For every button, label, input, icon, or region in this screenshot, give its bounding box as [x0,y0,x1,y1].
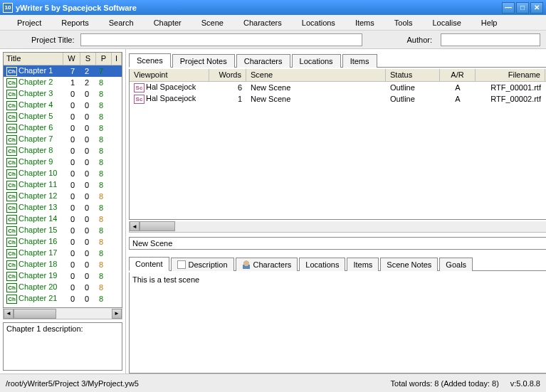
minimize-button[interactable]: — [502,2,515,14]
menu-characters[interactable]: Characters [233,16,292,29]
chapter-title: Chapter 20 [19,282,57,291]
col-title[interactable]: Title [4,53,63,65]
chapter-p: 8 [92,135,106,144]
chapter-s: 0 [78,215,92,223]
chapter-row[interactable]: ChChapter 11008 [4,179,122,191]
menu-items[interactable]: Items [345,16,384,29]
col-s[interactable]: S [80,53,96,65]
project-title-input[interactable] [80,33,362,46]
chapter-hscroll[interactable]: ◄ ► [3,308,122,319]
chapter-row[interactable]: ChChapter 18008 [4,259,122,270]
chapter-grid-header[interactable]: Title W S P I [4,53,122,65]
tab-project-notes[interactable]: Project Notes [172,54,235,68]
chapter-row[interactable]: ChChapter 10008 [4,168,122,179]
col-p[interactable]: P [96,53,112,65]
tab-locations[interactable]: Locations [292,54,341,68]
chapter-row[interactable]: ChChapter 6008 [4,122,122,134]
chapter-s: 0 [78,272,92,280]
scene-icon: Sc [134,83,145,92]
chapter-w: 0 [63,215,78,223]
lower-tab-items[interactable]: Items [347,258,379,271]
chapter-row[interactable]: ChChapter 2128 [4,77,122,88]
col-viewpoint[interactable]: Viewpoint [130,69,209,81]
chapter-row[interactable]: ChChapter 5008 [4,111,122,122]
titlebar[interactable]: 10 yWriter 5 by Spacejock Software — □ ✕ [0,0,546,15]
chapter-row[interactable]: ChChapter 1727 [4,65,122,77]
chapter-icon: Ch [6,101,17,110]
chapter-row[interactable]: ChChapter 15008 [4,225,122,236]
menu-tools[interactable]: Tools [384,16,423,29]
menu-help[interactable]: Help [471,16,508,29]
lower-tab-characters[interactable]: Characters [236,258,298,271]
col-status[interactable]: Status [386,69,440,81]
col-w[interactable]: W [63,53,80,65]
chapter-s: 0 [78,135,92,144]
menu-locations[interactable]: Locations [292,16,345,29]
scroll-left-icon[interactable]: ◄ [4,309,14,319]
scene-row[interactable]: ScHal Spacejock1New SceneOutlineARTF_000… [130,93,546,105]
chapter-p: 8 [92,192,106,201]
col-i[interactable]: I [112,53,122,65]
chapter-row[interactable]: ChChapter 20008 [4,282,122,293]
menu-search[interactable]: Search [99,16,144,29]
col-scene[interactable]: Scene [246,69,386,81]
menu-localise[interactable]: Localise [422,16,471,29]
project-title-label: Project Title: [6,36,75,44]
col-ar[interactable]: A/R [440,69,476,81]
menu-project[interactable]: Project [7,16,51,29]
chapter-row[interactable]: ChChapter 17008 [4,248,122,259]
chapter-s: 2 [78,78,92,87]
scene-grid-header[interactable]: Viewpoint Words Scene Status A/R Filenam… [130,69,546,82]
lower-tab-content[interactable]: Content [129,257,169,271]
scene-grid[interactable]: Viewpoint Words Scene Status A/R Filenam… [129,69,546,220]
chapter-grid[interactable]: Title W S P I ChChapter 1727ChChapter 21… [3,52,122,308]
chapter-row[interactable]: ChChapter 14008 [4,213,122,225]
chapter-icon: Ch [6,78,17,88]
chapter-icon: Ch [6,272,17,281]
chapter-row[interactable]: ChChapter 7008 [4,134,122,145]
chapter-row[interactable]: ChChapter 16008 [4,236,122,248]
chapter-title: Chapter 19 [19,271,57,280]
chapter-p: 8 [92,260,106,269]
author-input[interactable] [441,33,540,46]
chapter-row[interactable]: ChChapter 8008 [4,145,122,157]
col-filename[interactable]: Filename [476,69,545,81]
lower-tab-locations[interactable]: Locations [299,258,345,271]
scene-hscroll[interactable]: ◄ ► [129,221,546,233]
tab-characters[interactable]: Characters [236,54,290,68]
lower-tab-description[interactable]: Description [171,258,234,271]
scroll-right-icon[interactable]: ► [112,309,122,319]
chapter-p: 8 [92,181,106,189]
chapter-row[interactable]: ChChapter 19008 [4,270,122,282]
chapter-s: 0 [78,101,92,110]
menu-chapter[interactable]: Chapter [144,16,191,29]
close-button[interactable]: ✕ [530,2,543,14]
scene-filename: RTF_00002.rtf [476,95,545,103]
chapter-row[interactable]: ChChapter 13008 [4,202,122,213]
col-words[interactable]: Words [209,69,246,81]
chapter-s: 0 [78,203,92,212]
tab-items[interactable]: Items [342,54,377,68]
scroll-thumb[interactable] [14,309,56,319]
chapter-icon: Ch [6,203,17,213]
scroll-left-icon[interactable]: ◄ [130,221,140,231]
chapter-row[interactable]: ChChapter 4008 [4,100,122,111]
lower-tab-scene-notes[interactable]: Scene Notes [380,258,438,271]
chapter-row[interactable]: ChChapter 12008 [4,191,122,202]
scene-name-input[interactable]: New Scene [129,237,546,250]
tab-scenes[interactable]: Scenes [129,53,171,68]
chapter-row[interactable]: ChChapter 3008 [4,88,122,100]
left-panel: Title W S P I ChChapter 1727ChChapter 21… [0,49,126,374]
scroll-thumb[interactable] [140,221,175,231]
chapter-row[interactable]: ChChapter 9008 [4,157,122,168]
chapter-row[interactable]: ChChapter 21008 [4,293,122,304]
chapter-w: 0 [63,260,78,269]
menu-reports[interactable]: Reports [51,16,99,29]
content-textarea[interactable]: This is a test scene [129,272,546,374]
maximize-button[interactable]: □ [516,2,529,14]
chapter-description-box[interactable]: Chapter 1 description: [3,322,122,371]
scene-row[interactable]: ScHal Spacejock6New SceneOutlineARTF_000… [130,82,546,93]
menu-scene[interactable]: Scene [191,16,233,29]
chapter-s: 0 [78,158,92,166]
lower-tab-goals[interactable]: Goals [439,258,473,271]
